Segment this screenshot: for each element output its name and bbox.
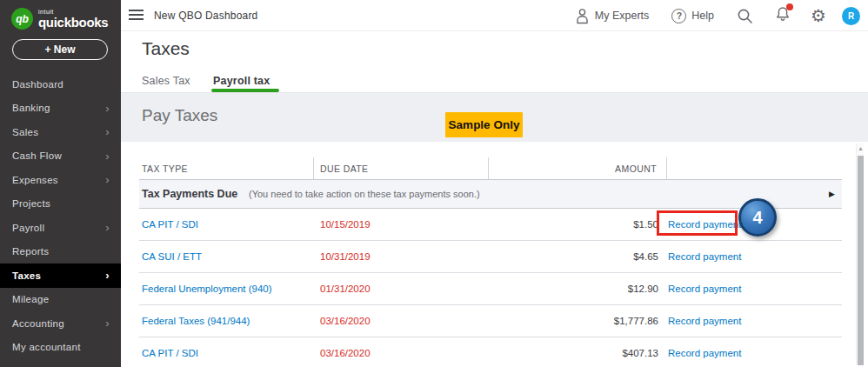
column-divider: [666, 157, 667, 179]
amount: $407.13: [622, 348, 658, 358]
sidebar-item-label: Payroll: [12, 223, 44, 233]
due-date: 01/31/2020: [320, 284, 371, 294]
page-title: Taxes: [142, 38, 190, 59]
sidebar-item-label: My accountant: [12, 342, 81, 352]
sidebar-item-dashboard[interactable]: Dashboard: [0, 72, 121, 97]
tab-sales-tax[interactable]: Sales Tax: [142, 75, 190, 87]
tax-type-link[interactable]: Federal Taxes (941/944): [142, 316, 250, 326]
sidebar-item-projects[interactable]: Projects: [0, 192, 121, 217]
scroll-up-icon[interactable]: ▲: [857, 145, 865, 151]
quickbooks-logo-text: intuit quickbooks: [38, 9, 108, 29]
record-payment-link[interactable]: Record payment: [668, 219, 741, 230]
notification-dot: [786, 3, 793, 10]
chevron-right-icon: ›: [105, 103, 110, 114]
notifications-button[interactable]: [774, 5, 791, 26]
pay-taxes-table: TAX TYPE DUE DATE AMOUNT Tax Payments Du…: [121, 142, 868, 367]
tax-type-link[interactable]: Federal Unemployment (940): [142, 284, 272, 294]
column-header-due-date: DUE DATE: [320, 163, 369, 174]
sidebar-item-label: Reports: [12, 246, 49, 257]
new-button[interactable]: + New: [12, 39, 108, 60]
topbar-actions: My Experts ? Help ⚙: [575, 0, 860, 31]
sidebar-item-label: Accounting: [12, 318, 64, 329]
column-divider: [313, 157, 314, 179]
record-payment-link[interactable]: Record payment: [668, 251, 741, 262]
sidebar-item-banking[interactable]: Banking›: [0, 97, 121, 121]
column-header-tax-type: TAX TYPE: [142, 163, 188, 174]
my-experts-label: My Experts: [595, 10, 650, 22]
chevron-right-icon: ›: [105, 270, 110, 281]
scrollbar-thumb[interactable]: [858, 156, 864, 365]
sidebar-item-mileage[interactable]: Mileage: [0, 288, 121, 312]
collapse-chevron-icon[interactable]: ▶: [829, 190, 835, 198]
group-note: (You need to take action on these tax pa…: [249, 189, 480, 199]
amount: $1,777.86: [614, 316, 658, 326]
help-button[interactable]: ? Help: [671, 9, 714, 23]
my-experts-button[interactable]: My Experts: [575, 8, 650, 24]
due-date: 10/31/2019: [320, 251, 371, 262]
sidebar-item-payroll[interactable]: Payroll›: [0, 216, 121, 240]
chevron-right-icon: ›: [105, 174, 110, 185]
pay-taxes-band: Pay Taxes Sample Only: [121, 93, 868, 142]
due-date: 10/15/2019: [320, 219, 371, 230]
annotation-step-badge: 4: [738, 198, 777, 237]
quickbooks-logo-icon: qb: [11, 8, 33, 30]
table-header-row: TAX TYPE DUE DATE AMOUNT: [139, 157, 842, 180]
tab-payroll-tax[interactable]: Payroll tax: [213, 75, 270, 87]
table-row: Federal Taxes (941/944) 03/16/2020 $1,77…: [139, 305, 842, 337]
avatar[interactable]: R: [842, 7, 860, 25]
table-row: Federal Unemployment (940) 01/31/2020 $1…: [139, 273, 842, 305]
chevron-right-icon: ›: [105, 317, 110, 329]
sidebar-item-cash-flow[interactable]: Cash Flow›: [0, 144, 121, 169]
column-divider: [488, 157, 489, 179]
due-date: 03/16/2020: [320, 316, 371, 326]
section-title: Pay Taxes: [142, 106, 217, 125]
sidebar-item-label: Banking: [12, 103, 50, 113]
column-header-amount: AMOUNT: [615, 163, 657, 174]
breadcrumb: New QBO Dashboard: [154, 10, 257, 22]
sidebar-menu: Dashboard Banking› Sales› Cash Flow› Exp…: [0, 72, 121, 359]
sidebar-item-accounting[interactable]: Accounting›: [0, 311, 121, 336]
sidebar-item-taxes[interactable]: Taxes›: [0, 264, 121, 288]
top-bar: New QBO Dashboard My Experts ? Help: [121, 0, 868, 31]
sidebar-item-reports[interactable]: Reports: [0, 240, 121, 264]
sidebar-item-label: Projects: [12, 198, 50, 209]
amount: $12.90: [628, 284, 658, 294]
tax-type-link[interactable]: CA PIT / SDI: [142, 348, 198, 358]
person-icon: [575, 8, 590, 24]
chevron-right-icon: ›: [105, 126, 110, 137]
sidebar-item-expenses[interactable]: Expenses›: [0, 168, 121, 192]
table-row: CA PIT / SDI 03/16/2020 $407.13 Record p…: [139, 337, 842, 367]
sidebar-item-label: Mileage: [12, 294, 49, 304]
record-payment-link[interactable]: Record payment: [668, 348, 741, 358]
record-payment-link[interactable]: Record payment: [668, 316, 741, 326]
tax-type-link[interactable]: CA PIT / SDI: [142, 219, 198, 230]
record-payment-link[interactable]: Record payment: [668, 284, 741, 294]
scrollbar[interactable]: ▲: [856, 143, 864, 365]
help-icon: ?: [671, 9, 686, 23]
search-icon[interactable]: [737, 8, 753, 24]
tax-type-link[interactable]: CA SUI / ETT: [142, 251, 202, 262]
sidebar-item-label: Dashboard: [12, 79, 63, 90]
sidebar-item-label: Cash Flow: [12, 150, 62, 161]
intuit-label: intuit: [38, 9, 108, 15]
hamburger-menu-icon[interactable]: [129, 10, 144, 23]
chevron-right-icon: ›: [105, 150, 110, 162]
amount: $4.65: [633, 251, 658, 262]
table-row: CA PIT / SDI 10/15/2019 $1.50 Record pay…: [139, 209, 842, 241]
help-label: Help: [691, 10, 714, 22]
sample-only-badge: Sample Only: [445, 112, 523, 137]
sidebar-item-label: Taxes: [12, 270, 41, 281]
main-area: New QBO Dashboard My Experts ? Help: [121, 0, 868, 367]
table-row: CA SUI / ETT 10/31/2019 $4.65 Record pay…: [139, 241, 842, 273]
tax-payments-due-row[interactable]: Tax Payments Due (You need to take actio…: [139, 180, 842, 209]
quickbooks-app: qb intuit quickbooks + New Dashboard Ban…: [0, 0, 868, 367]
quickbooks-logo[interactable]: qb intuit quickbooks: [0, 0, 121, 30]
due-date: 03/16/2020: [320, 348, 371, 358]
amount: $1.50: [633, 219, 658, 230]
sidebar-item-my-accountant[interactable]: My accountant: [0, 336, 121, 360]
group-title: Tax Payments Due: [142, 188, 237, 200]
sidebar-item-sales[interactable]: Sales›: [0, 120, 121, 144]
sidebar: qb intuit quickbooks + New Dashboard Ban…: [0, 0, 121, 367]
chevron-right-icon: ›: [105, 222, 110, 233]
gear-icon[interactable]: ⚙: [811, 7, 826, 24]
